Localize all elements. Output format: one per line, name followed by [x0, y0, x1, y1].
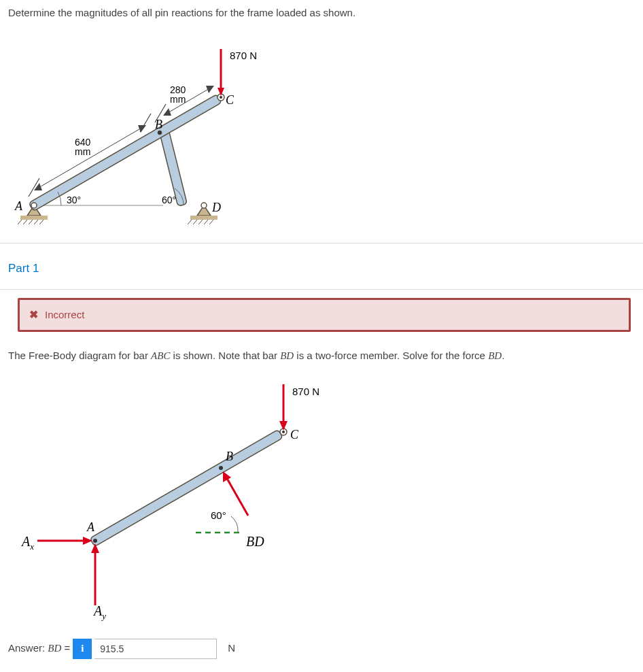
- svg-text:30°: 30°: [67, 195, 81, 205]
- svg-text:BD: BD: [246, 534, 264, 549]
- svg-point-20: [220, 96, 222, 99]
- svg-text:C: C: [290, 428, 299, 441]
- svg-text:C: C: [226, 93, 234, 107]
- svg-text:60°: 60°: [162, 195, 176, 205]
- svg-text:B: B: [226, 450, 233, 463]
- svg-line-11: [198, 220, 203, 224]
- feedback-incorrect: ✖ Incorrect: [18, 298, 631, 332]
- svg-text:Ay: Ay: [92, 603, 106, 621]
- svg-line-9: [188, 220, 192, 224]
- svg-text:A: A: [14, 199, 23, 213]
- question-text: Determine the magnitudes of all pin reac…: [0, 0, 643, 32]
- svg-text:mm: mm: [75, 146, 90, 157]
- svg-point-21: [201, 203, 207, 208]
- answer-unit: N: [228, 641, 235, 656]
- answer-input[interactable]: [94, 639, 217, 659]
- answer-label: Answer: BD =: [8, 641, 70, 656]
- svg-text:870 N: 870 N: [230, 50, 257, 61]
- instruction-text: The Free-Body diagram for bar ABC is sho…: [0, 348, 643, 377]
- svg-text:870 N: 870 N: [292, 386, 319, 397]
- svg-text:A: A: [86, 520, 95, 534]
- svg-line-6: [39, 220, 44, 224]
- svg-text:Ax: Ax: [20, 534, 34, 552]
- svg-line-10: [193, 220, 197, 224]
- svg-line-13: [209, 220, 213, 224]
- svg-rect-8: [190, 216, 218, 220]
- svg-marker-56: [223, 471, 231, 482]
- info-icon[interactable]: i: [73, 639, 92, 659]
- svg-line-3: [23, 220, 27, 224]
- svg-point-48: [282, 431, 285, 433]
- svg-line-4: [29, 220, 33, 224]
- svg-rect-1: [20, 216, 48, 220]
- svg-line-12: [204, 220, 208, 224]
- svg-text:60°: 60°: [211, 509, 226, 521]
- fbd-figure: 870 N 60° A B C Ax Ay BD: [7, 377, 333, 622]
- svg-text:mm: mm: [170, 94, 186, 105]
- svg-point-46: [219, 466, 223, 470]
- svg-line-29: [140, 114, 151, 132]
- svg-rect-44: [90, 429, 283, 546]
- svg-line-5: [34, 220, 38, 224]
- x-icon: ✖: [29, 307, 38, 323]
- svg-point-45: [93, 539, 97, 543]
- svg-point-17: [31, 203, 37, 208]
- svg-line-2: [18, 220, 22, 224]
- svg-text:B: B: [155, 118, 162, 131]
- svg-marker-54: [279, 421, 288, 431]
- part-header[interactable]: Part 1: [0, 243, 643, 290]
- svg-line-55: [226, 476, 248, 516]
- svg-rect-16: [29, 94, 222, 211]
- feedback-text: Incorrect: [45, 307, 84, 323]
- svg-text:D: D: [211, 201, 221, 214]
- divider: [0, 289, 643, 290]
- main-figure: 870 N 640 mm 280 mm 30°: [7, 32, 292, 229]
- answer-row: Answer: BD = i N: [0, 622, 643, 667]
